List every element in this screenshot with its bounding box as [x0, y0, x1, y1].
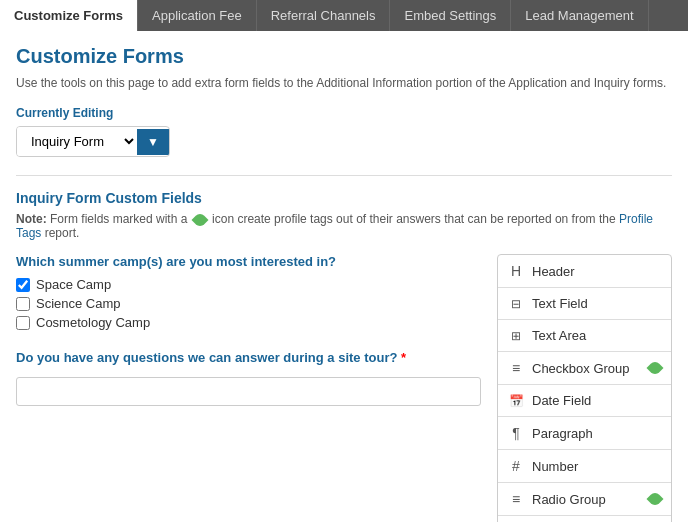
radio-group-tag-icon [647, 491, 664, 508]
checkbox-cosmetology-camp[interactable] [16, 316, 30, 330]
leaf-icon [191, 211, 208, 228]
section-title: Inquiry Form Custom Fields [16, 190, 672, 206]
palette-item-header[interactable]: H Header [498, 255, 671, 288]
section-divider [16, 175, 672, 176]
palette-label-header: Header [532, 264, 575, 279]
palette-label-number: Number [532, 459, 578, 474]
checkbox-label-science-camp: Science Camp [36, 296, 121, 311]
palette-item-text-field[interactable]: ⊟ Text Field [498, 288, 671, 320]
tab-customize-forms[interactable]: Customize Forms [0, 0, 138, 31]
checkbox-item-3[interactable]: Cosmetology Camp [16, 315, 481, 330]
dropdown-arrow-icon[interactable]: ▼ [137, 129, 169, 155]
currently-editing-label: Currently Editing [16, 106, 672, 120]
palette-label-checkbox-group: Checkbox Group [532, 361, 630, 376]
tab-application-fee[interactable]: Application Fee [138, 0, 257, 31]
header-icon: H [508, 263, 524, 279]
form-selector[interactable]: Inquiry Form ▼ [16, 126, 170, 157]
palette-item-paragraph[interactable]: ¶ Paragraph [498, 417, 671, 450]
page-title: Customize Forms [16, 45, 672, 68]
checkbox-label-cosmetology-camp: Cosmetology Camp [36, 315, 150, 330]
palette-label-date-field: Date Field [532, 393, 591, 408]
palette-label-paragraph: Paragraph [532, 426, 593, 441]
question-1-label: Which summer camp(s) are you most intere… [16, 254, 481, 269]
profile-tags-link[interactable]: Profile Tags [16, 212, 653, 240]
page-description: Use the tools on this page to add extra … [16, 74, 672, 92]
checkbox-label-space-camp: Space Camp [36, 277, 111, 292]
palette-label-text-field: Text Field [532, 296, 588, 311]
tab-lead-management[interactable]: Lead Management [511, 0, 648, 31]
checkbox-space-camp[interactable] [16, 278, 30, 292]
question-block-2: Do you have any questions we can answer … [16, 350, 481, 406]
paragraph-icon: ¶ [508, 425, 524, 441]
checkbox-science-camp[interactable] [16, 297, 30, 311]
checkbox-group-tag-icon [647, 360, 664, 377]
date-field-icon: 📅 [508, 394, 524, 408]
palette-item-date-field[interactable]: 📅 Date Field [498, 385, 671, 417]
palette-label-radio-group: Radio Group [532, 492, 606, 507]
checkbox-item-2[interactable]: Science Camp [16, 296, 481, 311]
palette-item-text-area[interactable]: ⊞ Text Area [498, 320, 671, 352]
palette-item-checkbox-group[interactable]: ≡ Checkbox Group [498, 352, 671, 385]
tab-embed-settings[interactable]: Embed Settings [390, 0, 511, 31]
palette-item-radio-group[interactable]: ≡ Radio Group [498, 483, 671, 516]
text-area-icon: ⊞ [508, 329, 524, 343]
palette-label-text-area: Text Area [532, 328, 586, 343]
form-preview: Which summer camp(s) are you most intere… [16, 254, 497, 522]
question-2-input[interactable] [16, 377, 481, 406]
field-palette: H Header ⊟ Text Field ⊞ Text Area ≡ [497, 254, 672, 522]
radio-group-icon: ≡ [508, 491, 524, 507]
palette-item-number[interactable]: # Number [498, 450, 671, 483]
palette-item-select[interactable]: ≡ Select [498, 516, 671, 522]
question-2-label: Do you have any questions we can answer … [16, 350, 481, 365]
form-select[interactable]: Inquiry Form [17, 127, 137, 156]
tab-referral-channels[interactable]: Referral Channels [257, 0, 391, 31]
checkbox-item-1[interactable]: Space Camp [16, 277, 481, 292]
question-block-1: Which summer camp(s) are you most intere… [16, 254, 481, 330]
checkbox-group-icon: ≡ [508, 360, 524, 376]
number-icon: # [508, 458, 524, 474]
nav-tabs: Customize Forms Application Fee Referral… [0, 0, 688, 31]
text-field-icon: ⊟ [508, 297, 524, 311]
note-text: Note: Form fields marked with a icon cre… [16, 212, 672, 240]
